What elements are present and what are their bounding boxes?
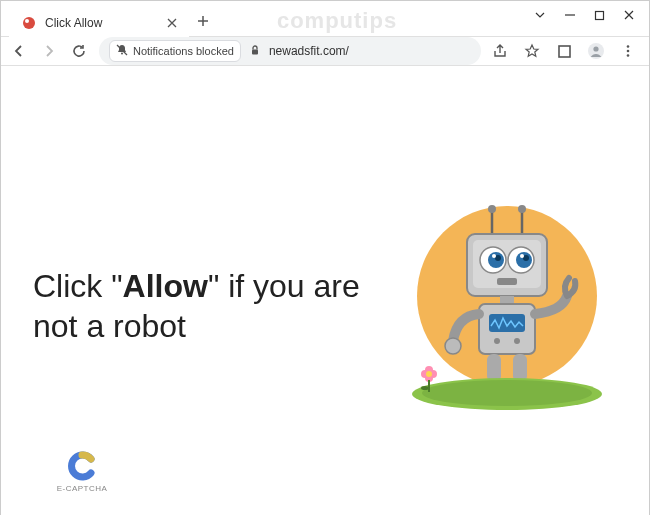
- window-minimize-button[interactable]: [564, 9, 576, 24]
- svg-rect-2: [596, 12, 604, 20]
- toolbar: Notifications blocked newadsfit.com/: [1, 37, 649, 66]
- robot-illustration: [397, 196, 617, 416]
- svg-point-9: [627, 50, 630, 53]
- svg-rect-5: [559, 46, 570, 57]
- window-maximize-button[interactable]: [594, 9, 605, 24]
- window-controls: [534, 1, 649, 24]
- svg-point-24: [520, 254, 524, 258]
- svg-point-0: [23, 17, 35, 29]
- tab-favicon-icon: [21, 15, 37, 31]
- toolbar-right: [491, 42, 641, 60]
- svg-point-29: [494, 338, 500, 344]
- browser-tab[interactable]: Click Allow: [9, 5, 189, 41]
- lock-icon: [249, 42, 261, 60]
- hero-text: Click "Allow" if you are not a robot: [33, 266, 387, 346]
- back-button[interactable]: [9, 41, 29, 61]
- page-content: Click "Allow" if you are not a robot: [1, 66, 649, 515]
- hero-section: Click "Allow" if you are not a robot: [33, 196, 617, 416]
- browser-window: computips Click Allow: [0, 0, 650, 515]
- svg-rect-26: [500, 296, 514, 304]
- tab-title: Click Allow: [45, 16, 102, 30]
- svg-rect-33: [513, 354, 527, 382]
- svg-rect-4: [252, 50, 258, 55]
- svg-rect-25: [497, 278, 517, 285]
- svg-point-44: [421, 386, 429, 390]
- svg-point-23: [492, 254, 496, 258]
- captcha-badge: E-CAPTCHA: [47, 451, 117, 493]
- svg-point-8: [627, 45, 630, 48]
- titlebar: Click Allow: [1, 1, 649, 37]
- new-tab-button[interactable]: [189, 7, 217, 35]
- url-text: newadsfit.com/: [269, 44, 471, 58]
- extensions-icon[interactable]: [555, 42, 573, 60]
- window-caret-icon[interactable]: [534, 9, 546, 24]
- notifications-blocked-label: Notifications blocked: [133, 45, 234, 57]
- hero-text-part1: Click ": [33, 268, 123, 304]
- captcha-c-icon: [67, 451, 97, 481]
- svg-point-14: [518, 205, 526, 213]
- captcha-label: E-CAPTCHA: [57, 484, 108, 493]
- hero-allow-word: Allow: [123, 268, 208, 304]
- address-bar[interactable]: Notifications blocked newadsfit.com/: [99, 37, 481, 65]
- svg-point-30: [514, 338, 520, 344]
- bookmark-star-icon[interactable]: [523, 42, 541, 60]
- menu-icon[interactable]: [619, 42, 637, 60]
- svg-point-31: [445, 338, 461, 354]
- forward-button[interactable]: [39, 41, 59, 61]
- bell-blocked-icon: [116, 44, 128, 58]
- window-close-button[interactable]: [623, 9, 635, 24]
- reload-button[interactable]: [69, 41, 89, 61]
- svg-point-12: [488, 205, 496, 213]
- svg-point-42: [426, 371, 432, 377]
- svg-point-1: [25, 19, 29, 23]
- svg-point-7: [593, 46, 598, 51]
- tab-close-button[interactable]: [167, 15, 177, 31]
- svg-point-37: [422, 380, 592, 406]
- svg-point-10: [627, 54, 630, 57]
- profile-icon[interactable]: [587, 42, 605, 60]
- share-icon[interactable]: [491, 42, 509, 60]
- notifications-blocked-chip[interactable]: Notifications blocked: [109, 40, 241, 62]
- svg-rect-32: [487, 354, 501, 382]
- svg-point-3: [121, 53, 123, 55]
